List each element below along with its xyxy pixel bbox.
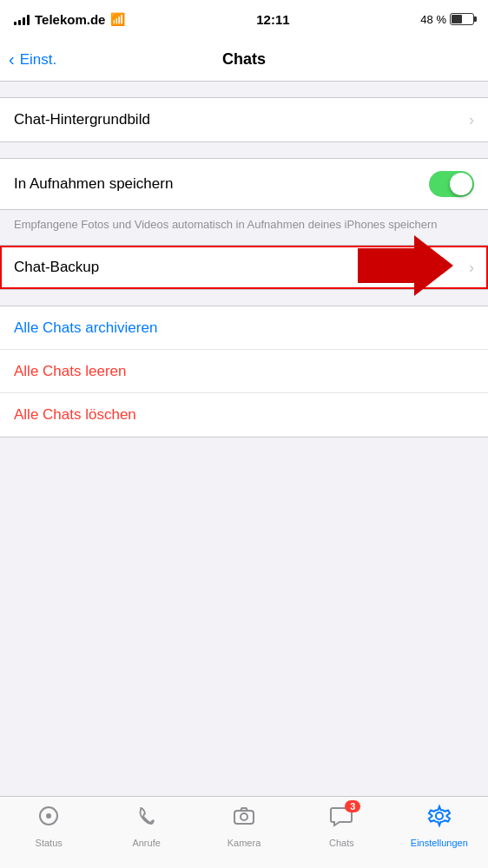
calls-tab-icon — [135, 804, 159, 834]
section-backup: Chat-Backup › — [0, 245, 488, 290]
status-bar: Telekom.de 📶 12:11 48 % — [0, 0, 488, 38]
nav-bar: ‹ Einst. Chats — [0, 38, 488, 82]
battery-percentage: 48 % — [420, 13, 446, 26]
save-toggle-item: In Aufnahmen speichern — [0, 159, 488, 209]
section-actions: Alle Chats archivieren Alle Chats leeren… — [0, 306, 488, 437]
gap-3 — [0, 290, 488, 306]
status-tab-icon — [36, 804, 61, 834]
chats-badge-wrapper: 3 — [329, 804, 353, 834]
section-background: Chat-Hintergrundbild › — [0, 97, 488, 142]
archive-chats-item[interactable]: Alle Chats archivieren — [0, 306, 488, 350]
camera-tab-icon — [232, 804, 256, 834]
status-time: 12:11 — [256, 12, 289, 27]
carrier-label: Telekom.de — [35, 12, 105, 27]
signal-bar-1 — [14, 22, 16, 25]
wifi-icon: 📶 — [110, 12, 125, 26]
tab-chats-label: Chats — [329, 838, 354, 848]
nav-back-button[interactable]: ‹ Einst. — [9, 49, 56, 69]
delete-chats-label: Alle Chats löschen — [14, 406, 136, 424]
battery-icon — [450, 13, 474, 25]
chat-backup-item[interactable]: Chat-Backup › — [0, 246, 488, 289]
tab-settings[interactable]: Einstellungen — [391, 804, 488, 848]
clear-chats-label: Alle Chats leeren — [14, 363, 126, 380]
archive-chats-label: Alle Chats archivieren — [14, 319, 157, 337]
section-save-toggle: In Aufnahmen speichern — [0, 158, 488, 210]
tab-settings-label: Einstellungen — [411, 838, 468, 848]
status-left: Telekom.de 📶 — [14, 12, 125, 27]
delete-chats-item[interactable]: Alle Chats löschen — [0, 393, 488, 437]
page-title: Chats — [222, 50, 266, 69]
svg-point-2 — [46, 813, 51, 819]
battery-tip — [474, 16, 477, 22]
clear-chats-item[interactable]: Alle Chats leeren — [0, 350, 488, 393]
save-toggle-label: In Aufnahmen speichern — [14, 175, 173, 193]
tab-status-label: Status — [36, 838, 63, 848]
tab-status[interactable]: Status — [0, 804, 97, 848]
back-chevron-icon: ‹ — [9, 49, 15, 69]
signal-bar-4 — [27, 15, 30, 25]
tab-camera-label: Kamera — [228, 838, 261, 848]
chats-badge: 3 — [345, 800, 360, 812]
save-toggle-switch[interactable] — [429, 171, 474, 197]
tab-chats[interactable]: 3 Chats — [293, 804, 390, 848]
signal-bars — [14, 13, 30, 25]
battery-fill — [452, 15, 462, 23]
svg-point-5 — [436, 812, 443, 819]
nav-back-label: Einst. — [20, 51, 57, 69]
tab-calls[interactable]: Anrufe — [97, 804, 195, 848]
signal-bar-2 — [18, 20, 21, 25]
svg-point-4 — [241, 813, 247, 820]
backup-chevron-icon: › — [469, 259, 474, 277]
status-right: 48 % — [420, 13, 474, 26]
gap-1 — [0, 82, 488, 97]
chat-background-item[interactable]: Chat-Hintergrundbild › — [0, 98, 488, 141]
toggle-knob — [450, 173, 472, 195]
tab-calls-label: Anrufe — [132, 838, 160, 848]
save-toggle-description: Empfangene Fotos und Videos automatisch … — [0, 210, 488, 245]
gap-2 — [0, 142, 488, 158]
chevron-right-icon: › — [469, 111, 474, 129]
signal-bar-3 — [23, 17, 25, 25]
tab-camera[interactable]: Kamera — [195, 804, 293, 848]
tab-bar: Status Anrufe Kamera 3 — [0, 796, 488, 868]
content-area: Chat-Hintergrundbild › In Aufnahmen spei… — [0, 82, 488, 437]
chat-backup-label: Chat-Backup — [14, 259, 99, 276]
chat-background-label: Chat-Hintergrundbild — [14, 111, 150, 128]
settings-tab-icon — [427, 804, 452, 834]
